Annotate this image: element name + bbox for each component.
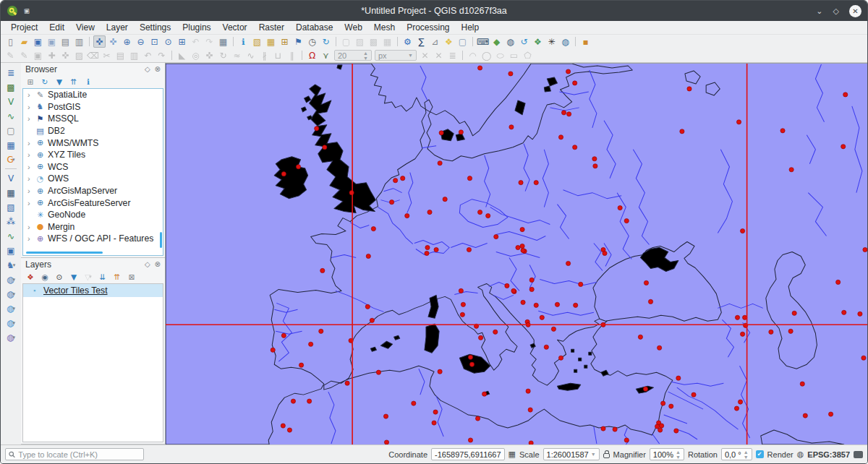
browser-item-wms[interactable]: ›⊕WMS/WMTS <box>23 137 163 149</box>
expand-icon[interactable]: › <box>27 174 35 183</box>
add-virtual-layer-icon[interactable]: ▣ <box>4 244 18 257</box>
locator-input[interactable] <box>18 450 140 459</box>
new-print-layout-icon[interactable]: ▤ <box>59 35 72 48</box>
enable-tracing-icon[interactable]: ⋎ <box>320 49 332 61</box>
add-wcs-layer-icon[interactable]: ◍▾ <box>4 316 18 330</box>
help-contents-icon[interactable]: ◍ <box>559 35 571 48</box>
refresh-map-icon[interactable]: ↻ <box>320 35 332 48</box>
open-attribute-table-icon[interactable]: ▦ <box>265 35 277 48</box>
show-all-layers-icon[interactable]: ⊙ <box>54 272 65 283</box>
browser-item-mergin[interactable]: ›●Mergin <box>23 221 163 233</box>
crs-value[interactable]: EPSG:3857 <box>807 450 850 459</box>
maximize-button[interactable]: ◇ <box>833 7 839 16</box>
browser-properties-icon[interactable]: ℹ <box>82 77 94 87</box>
new-bookmark-icon[interactable]: ⚑ <box>292 35 305 48</box>
new-project-icon[interactable]: ▯ <box>4 35 17 48</box>
plugin-manager-icon[interactable]: ◆ <box>490 35 503 48</box>
add-raster-layer-icon[interactable]: ▦ <box>4 186 18 199</box>
new-temp-scratch-layer-icon[interactable]: ▢ <box>4 124 18 137</box>
model-designer-icon[interactable]: ❖ <box>532 35 544 48</box>
close-button[interactable]: ✕ <box>849 5 861 17</box>
enable-snapping-icon[interactable]: Ω <box>306 49 318 61</box>
data-source-manager-icon[interactable]: ≣ <box>4 66 18 80</box>
filter-browser-icon[interactable]: ▼ <box>54 77 65 87</box>
add-delimited-text-icon[interactable]: ⁂ <box>4 215 18 228</box>
menu-view[interactable]: View <box>70 22 101 33</box>
menu-vector[interactable]: Vector <box>217 22 253 33</box>
pan-to-selection-icon[interactable]: ✜ <box>107 35 119 48</box>
add-wfs-layer-icon[interactable]: ◍▾ <box>4 330 18 344</box>
select-features-icon[interactable]: ▧ <box>251 35 263 48</box>
osgeo-browser-icon[interactable]: ◍ <box>504 35 516 48</box>
menu-project[interactable]: Project <box>5 22 43 33</box>
browser-item-db2[interactable]: ▤DB2 <box>23 125 163 137</box>
new-map-view-icon[interactable]: ▦ <box>217 35 229 48</box>
pan-map-icon[interactable]: ✜ <box>93 35 106 48</box>
browser-item-mssql[interactable]: ›⚑MSSQL <box>23 113 163 125</box>
zoom-out-icon[interactable]: ⊖ <box>135 35 147 48</box>
add-gps-layer-icon[interactable]: ∿ <box>4 229 18 243</box>
new-geopackage-icon[interactable]: ▩ <box>4 80 18 94</box>
collapse-all-icon[interactable]: ⇈ <box>68 77 80 87</box>
expand-all-icon[interactable]: ⇊ <box>97 272 109 283</box>
plugin-debugger-icon[interactable]: ✳ <box>545 35 558 48</box>
expand-icon[interactable]: › <box>27 234 35 243</box>
expand-icon[interactable]: › <box>27 90 35 99</box>
show-layout-manager-icon[interactable]: ▥ <box>73 35 85 48</box>
magnifier-spinner[interactable]: 100%▲▼ <box>650 448 684 460</box>
add-wms-layer-icon[interactable]: ◍▾ <box>4 301 18 315</box>
zoom-in-icon[interactable]: ⊕ <box>121 35 133 48</box>
remove-layer-icon[interactable]: ⊠ <box>126 272 137 283</box>
zoom-full-icon[interactable]: ⊡ <box>148 35 161 48</box>
identify-features-icon[interactable]: ℹ <box>237 35 250 48</box>
add-mssql-layer-icon[interactable]: ◍▾ <box>4 287 18 301</box>
menu-mesh[interactable]: Mesh <box>368 22 401 33</box>
map-canvas[interactable] <box>166 63 867 444</box>
layer-item[interactable]: ▪Vector Tiles Test <box>23 284 163 297</box>
snap-units-select[interactable]: px▼ <box>375 50 417 61</box>
messages-icon[interactable] <box>854 451 863 458</box>
lock-scale-icon[interactable] <box>603 453 610 458</box>
coordinate-value[interactable]: -1658975,6911667 <box>431 448 505 460</box>
add-postgis-layer-icon[interactable]: ♞▾ <box>4 258 18 272</box>
python-console-icon[interactable]: ⌨ <box>477 35 489 48</box>
minimize-button[interactable]: ⌄ <box>816 7 822 16</box>
new-geopackage-db-icon[interactable]: G▾ <box>4 152 18 166</box>
menu-raster[interactable]: Raster <box>253 22 290 33</box>
browser-item-wfs[interactable]: ›⊕WFS / OGC API - Features <box>23 233 163 245</box>
expand-icon[interactable]: › <box>27 186 35 195</box>
locator-search[interactable] <box>5 448 144 460</box>
filter-legend-icon[interactable]: ▼ <box>68 272 80 283</box>
browser-item-xyz[interactable]: ›⊕XYZ Tiles <box>23 149 163 161</box>
open-project-icon[interactable]: ▰ <box>18 35 30 48</box>
browser-item-geonode[interactable]: ✳GeoNode <box>23 209 163 221</box>
browser-item-arcgis-feature[interactable]: ›⊕ArcGisFeatureServer <box>23 197 163 209</box>
menu-database[interactable]: Database <box>290 22 339 33</box>
menu-web[interactable]: Web <box>339 22 367 33</box>
close-panel-icon[interactable]: ⊗ <box>155 65 161 73</box>
measure-line-icon[interactable]: ⊿ <box>429 35 441 48</box>
temporal-controller-icon[interactable]: ◷ <box>306 35 318 48</box>
processing-history-icon[interactable]: ↺ <box>518 35 530 48</box>
browser-vscrollbar[interactable] <box>160 232 162 248</box>
annotations-icon[interactable]: ▢ <box>456 35 469 48</box>
vector-tile-misc-icon[interactable]: ▪ <box>579 35 592 48</box>
new-shapefile-icon[interactable]: V <box>4 95 18 108</box>
menu-settings[interactable]: Settings <box>134 22 176 33</box>
expand-icon[interactable]: › <box>27 223 35 231</box>
new-gpx-icon[interactable]: ∿ <box>4 109 18 123</box>
save-project-as-icon[interactable]: ▣ <box>46 35 58 48</box>
menu-help[interactable]: Help <box>456 22 485 33</box>
browser-item-wcs[interactable]: ›⊕WCS <box>23 161 163 173</box>
add-mesh-layer-2-icon[interactable]: ▧ <box>4 200 18 214</box>
zoom-to-layer-icon[interactable]: ⊞ <box>176 35 188 48</box>
crs-globe-icon[interactable]: ◍ <box>797 450 804 459</box>
map-tips-icon[interactable]: ❖ <box>443 35 455 48</box>
browser-item-postgis[interactable]: ›♞PostGIS <box>23 101 163 113</box>
browser-hscrollbar[interactable] <box>26 252 103 254</box>
field-calculator-icon[interactable]: ⊞ <box>278 35 291 48</box>
manage-map-themes-icon[interactable]: ◉ <box>39 272 51 283</box>
menu-plugins[interactable]: Plugins <box>176 22 216 33</box>
float-panel-icon[interactable]: ◇ <box>145 65 150 73</box>
scale-combobox[interactable]: 1:26001587▼ <box>543 448 600 460</box>
